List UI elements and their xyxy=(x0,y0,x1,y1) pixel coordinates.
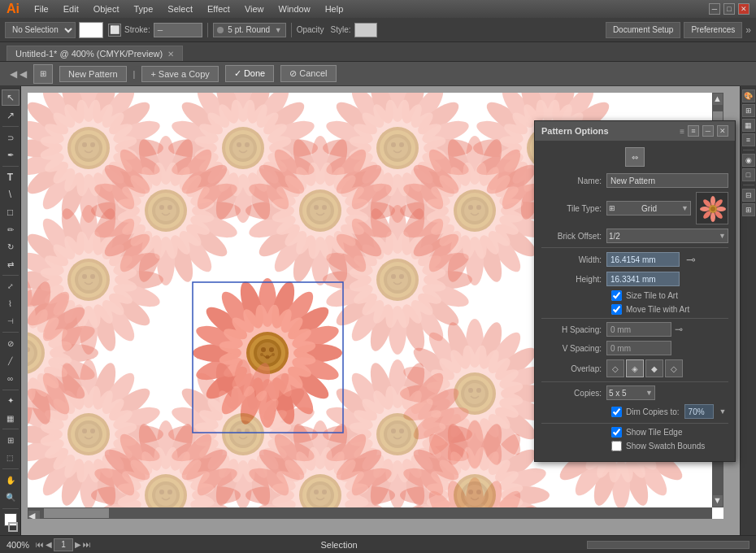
width-row: Width: ⊸ xyxy=(541,251,728,268)
round-selector[interactable]: 5 pt. Round ▼ xyxy=(213,23,286,37)
menu-help[interactable]: Help xyxy=(319,2,350,15)
menu-edit[interactable]: Edit xyxy=(57,2,85,15)
dim-copies-checkbox[interactable] xyxy=(611,407,622,417)
menu-file[interactable]: File xyxy=(28,2,55,15)
fill-color[interactable] xyxy=(79,22,103,38)
status-scroll-h[interactable] xyxy=(587,541,749,549)
scroll-down-btn[interactable]: ▼ xyxy=(713,495,723,507)
v-spacing-input[interactable] xyxy=(606,341,671,355)
menu-effect[interactable]: Effect xyxy=(201,2,237,15)
layers-panel-btn[interactable]: ⊟ xyxy=(742,189,755,202)
brick-offset-select[interactable]: 1/2 ▼ xyxy=(606,229,728,243)
tab-close-icon[interactable]: ✕ xyxy=(167,50,174,59)
menu-window[interactable]: Window xyxy=(272,2,317,15)
tool-graph[interactable]: ▦ xyxy=(2,410,20,426)
minimize-button[interactable]: ─ xyxy=(709,3,720,15)
save-copy-button[interactable]: + Save a Copy xyxy=(141,66,218,82)
doc-setup-button[interactable]: Document Setup xyxy=(606,22,681,38)
nav-first-btn[interactable]: ⏮ xyxy=(36,540,44,549)
tool-symbol[interactable]: ✦ xyxy=(2,393,20,409)
scroll-up-btn[interactable]: ▲ xyxy=(713,94,723,105)
overlap-front-right-btn[interactable]: ◈ xyxy=(626,359,644,377)
close-button[interactable]: ✕ xyxy=(738,3,749,15)
tool-rect[interactable]: □ xyxy=(2,203,20,220)
tool-blend[interactable]: ∞ xyxy=(2,370,20,386)
maximize-button[interactable]: □ xyxy=(723,3,735,15)
overlap-back-left-btn[interactable]: ◆ xyxy=(645,359,663,377)
cancel-button[interactable]: ⊘ Cancel xyxy=(280,65,336,82)
height-input[interactable] xyxy=(606,272,680,286)
workspace-arrow-icon[interactable]: » xyxy=(745,24,751,36)
stroke-panel-btn[interactable]: ≡ xyxy=(742,133,755,146)
tool-hand[interactable]: ✋ xyxy=(2,472,20,488)
tool-scale[interactable]: ⤢ xyxy=(2,278,20,294)
done-button[interactable]: ✓ Done xyxy=(225,65,274,82)
nav-prev-btn[interactable]: ◀ xyxy=(46,540,52,549)
selection-dropdown[interactable]: No Selection xyxy=(5,22,76,38)
tool-artboard[interactable]: ⊞ xyxy=(2,432,20,448)
h-spacing-input[interactable] xyxy=(606,322,671,337)
dim-copies-pct-input[interactable] xyxy=(684,404,714,419)
tool-rotate[interactable]: ↻ xyxy=(2,238,20,255)
new-pattern-button[interactable]: New Pattern xyxy=(59,66,127,82)
dim-pct-arrow-icon[interactable]: ▼ xyxy=(719,407,727,416)
page-number-input[interactable] xyxy=(54,538,73,551)
menu-select[interactable]: Select xyxy=(161,2,199,15)
copies-select[interactable]: 5 x 5 ▼ xyxy=(606,385,655,400)
move-tile-checkbox[interactable] xyxy=(611,304,622,315)
tool-zoom[interactable]: 🔍 xyxy=(2,490,20,506)
menu-view[interactable]: View xyxy=(238,2,271,15)
h-v-spacing-link-icon[interactable]: ⊸ xyxy=(675,324,683,335)
stroke-swatch[interactable] xyxy=(8,522,18,532)
preferences-button[interactable]: Preferences xyxy=(684,22,742,38)
app-logo: Ai xyxy=(7,2,20,16)
tool-measure[interactable]: ╱ xyxy=(2,353,20,369)
copies-arrow-icon: ▼ xyxy=(645,389,653,397)
stroke-weight-selector[interactable]: ─ xyxy=(154,23,202,37)
document-tab[interactable]: Untitled-1* @ 400% (CMYK/Preview) ✕ xyxy=(7,46,183,61)
gradient-panel-btn[interactable]: ▦ xyxy=(742,119,755,132)
tool-reflect[interactable]: ⇄ xyxy=(2,256,20,272)
tool-width[interactable]: ⊣ xyxy=(2,313,20,329)
panel-minimize-btn[interactable]: ─ xyxy=(702,125,714,137)
graphic-style-btn[interactable]: □ xyxy=(742,168,755,181)
artboards-panel-btn[interactable]: ⊞ xyxy=(742,203,755,216)
tool-direct-select[interactable]: ↗ xyxy=(2,107,20,123)
navigate-back[interactable]: ◀ ◀ xyxy=(10,68,27,80)
nav-next-btn[interactable]: ▶ xyxy=(75,540,81,549)
tool-line[interactable]: \ xyxy=(2,186,20,202)
menu-type[interactable]: Type xyxy=(128,2,160,15)
appearance-panel-btn[interactable]: ◉ xyxy=(742,154,755,167)
overlap-back-right-btn[interactable]: ◇ xyxy=(665,359,683,377)
new-pattern-label: New Pattern xyxy=(68,69,118,79)
color-panel-btn[interactable]: 🎨 xyxy=(742,89,755,102)
panel-close-btn[interactable]: ✕ xyxy=(717,125,728,137)
show-swatch-bounds-checkbox[interactable] xyxy=(611,441,622,451)
show-tile-edge-label: Show Tile Edge xyxy=(626,428,683,437)
tool-type[interactable]: T xyxy=(2,169,20,185)
tool-brush[interactable]: ✏ xyxy=(2,221,20,237)
tool-eyedrop[interactable]: ⊘ xyxy=(2,335,20,351)
width-height-link-icon[interactable]: ⊸ xyxy=(683,251,699,268)
tile-resize-icon[interactable]: ⇔ xyxy=(625,147,645,167)
horizontal-scrollbar[interactable]: ◀ xyxy=(28,507,712,519)
name-input[interactable] xyxy=(606,173,728,188)
panel-collapse-icon[interactable]: ≡ xyxy=(680,127,684,136)
tile-type-select[interactable]: ⊞ Grid ▼ xyxy=(606,201,691,216)
scroll-left-btn[interactable]: ◀ xyxy=(28,511,40,519)
panel-menu-btn[interactable]: ≡ xyxy=(688,125,699,137)
menu-object[interactable]: Object xyxy=(87,2,126,15)
show-tile-edge-checkbox[interactable] xyxy=(611,427,622,438)
brush-panel-btn[interactable]: ⊞ xyxy=(742,104,755,117)
overlap-front-left-btn[interactable]: ◇ xyxy=(606,359,624,377)
tool-pen[interactable]: ✒ xyxy=(2,146,20,163)
tool-warp[interactable]: ⌇ xyxy=(2,296,20,312)
tool-lasso[interactable]: ⊃ xyxy=(2,129,20,146)
scroll-thumb-h[interactable] xyxy=(44,508,109,518)
nav-last-btn[interactable]: ⏭ xyxy=(83,540,91,549)
style-swatch[interactable] xyxy=(354,23,377,37)
size-to-art-checkbox[interactable] xyxy=(611,290,622,301)
tool-slice[interactable]: ⬚ xyxy=(2,450,20,466)
tool-selection[interactable]: ↖ xyxy=(2,89,20,106)
width-input[interactable] xyxy=(606,252,680,267)
